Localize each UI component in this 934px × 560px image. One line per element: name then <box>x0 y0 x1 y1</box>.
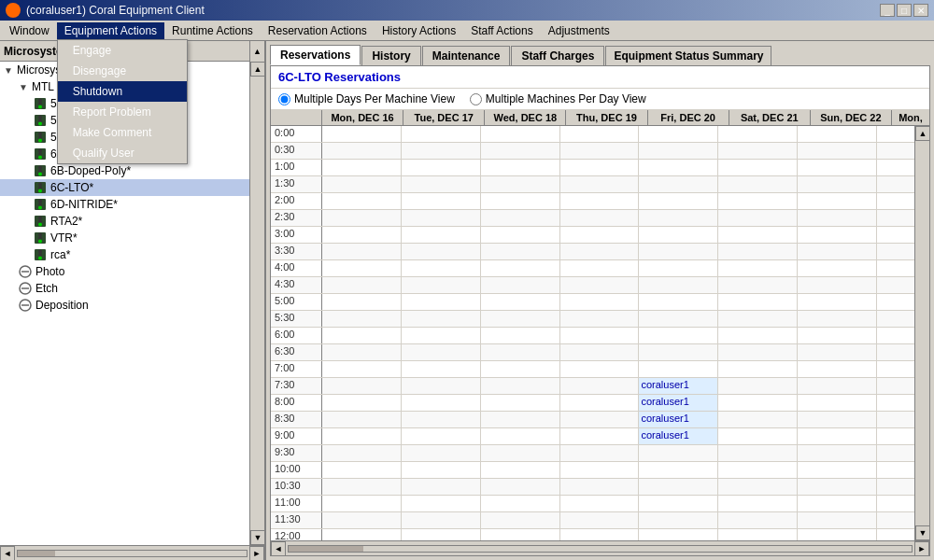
calendar-row: 1:00 <box>271 160 914 176</box>
radio-view2-label: Multiple Machines Per Day View <box>486 92 646 105</box>
sidebar-item-rca[interactable]: rca* <box>0 246 249 263</box>
day-cell <box>877 512 914 528</box>
day-cell <box>481 512 560 528</box>
svg-point-39 <box>38 257 42 260</box>
radio-view2[interactable]: Multiple Machines Per Day View <box>470 92 646 105</box>
menu-history-actions[interactable]: History Actions <box>375 22 463 39</box>
tab-maintenance[interactable]: Maintenance <box>422 46 511 65</box>
day-cell <box>322 143 402 159</box>
day-cell <box>560 361 640 377</box>
time-cell: 0:00 <box>271 126 322 142</box>
calendar-scroll[interactable]: 0:000:301:001:302:002:303:003:304:004:30… <box>271 126 914 540</box>
tab-reservations[interactable]: Reservations <box>270 45 361 65</box>
tab-history[interactable]: History <box>361 46 420 65</box>
sidebar-item-etch[interactable]: Etch <box>0 280 249 297</box>
dropdown-shutdown[interactable]: Shutdown <box>58 81 187 102</box>
tab-equipment-status-summary[interactable]: Equipment Status Summary <box>605 46 771 65</box>
traffic-light-icon <box>34 131 47 144</box>
radio-view2-input[interactable] <box>470 93 482 105</box>
calendar-day-mon16: Mon, DEC 16 <box>322 110 403 125</box>
dropdown-report-problem[interactable]: Report Problem <box>58 102 187 122</box>
tabs-container: Reservations History Maintenance Staff C… <box>270 45 930 65</box>
day-cell <box>639 160 718 175</box>
time-cell: 4:30 <box>271 277 322 293</box>
day-cell <box>481 445 560 461</box>
cal-scroll-left[interactable]: ◄ <box>271 541 286 556</box>
menu-staff-actions[interactable]: Staff Actions <box>463 22 541 39</box>
sidebar-item-deposition[interactable]: Deposition <box>0 297 249 314</box>
sidebar-item-vtr[interactable]: VTR* <box>0 230 249 246</box>
day-cell <box>877 395 914 411</box>
day-cell <box>322 445 402 461</box>
calendar-row: 4:30 <box>271 277 914 294</box>
sidebar-item-6c-lto[interactable]: 6C-LTO* <box>0 179 249 196</box>
day-cell <box>877 496 914 511</box>
sidebar-item-label: Etch <box>35 282 58 295</box>
scroll-down-button[interactable]: ▼ <box>250 530 265 545</box>
svg-point-18 <box>38 169 42 173</box>
dropdown-disengage[interactable]: Disengage <box>58 61 187 81</box>
sidebar-item-rta2[interactable]: RTA2* <box>0 213 249 230</box>
svg-point-13 <box>38 149 42 153</box>
menu-runtime-actions[interactable]: Runtime Actions <box>164 22 261 39</box>
day-cell <box>481 479 560 495</box>
day-cell <box>402 361 481 377</box>
day-cell <box>877 344 914 360</box>
dropdown-qualify-user[interactable]: Qualify User <box>58 143 187 163</box>
sidebar-item-label: 6B-Doped-Poly* <box>50 164 131 177</box>
day-cell <box>718 328 798 343</box>
sidebar-item-photo[interactable]: Photo <box>0 263 249 280</box>
menu-adjustments[interactable]: Adjustments <box>541 22 617 39</box>
day-cell <box>402 344 481 360</box>
cal-scroll-right[interactable]: ► <box>914 541 929 556</box>
close-button[interactable]: ✕ <box>913 4 928 17</box>
day-cell <box>322 328 402 343</box>
calendar-row: 2:00 <box>271 193 914 210</box>
day-cell <box>798 311 877 327</box>
calendar-vertical-scrollbar[interactable]: ▲ ▼ <box>914 126 929 540</box>
minimize-button[interactable]: _ <box>880 4 895 17</box>
dropdown-engage[interactable]: Engage <box>58 40 187 61</box>
sidebar-item-6d-nitride[interactable]: 6D-NITRIDE* <box>0 196 249 213</box>
scroll-up-button[interactable]: ▲ <box>250 62 265 77</box>
cal-scroll-down[interactable]: ▼ <box>915 525 929 540</box>
calendar-row: 3:00 <box>271 227 914 244</box>
scroll-left-button[interactable]: ◄ <box>0 546 15 561</box>
svg-point-30 <box>38 219 42 223</box>
svg-point-21 <box>38 183 42 187</box>
radio-view1[interactable]: Multiple Days Per Machine View <box>278 92 455 105</box>
day-cell[interactable]: coraluser1 <box>639 395 718 411</box>
sidebar-bottom-scrollbar[interactable]: ◄ ► <box>0 545 266 560</box>
title-bar-left: (coraluser1) Coral Equipment Client <box>6 3 205 18</box>
sidebar-item-6b-doped-poly[interactable]: 6B-Doped-Poly* <box>0 162 249 179</box>
tab-staff-charges[interactable]: Staff Charges <box>511 46 604 65</box>
day-cell <box>877 428 914 444</box>
menu-equipment-actions[interactable]: Equipment Actions Engage Disengage Shutd… <box>57 22 164 39</box>
maximize-button[interactable]: □ <box>897 4 912 17</box>
sidebar-scroll-up[interactable]: ▲ <box>249 41 264 62</box>
menu-reservation-actions[interactable]: Reservation Actions <box>261 22 375 39</box>
day-cell[interactable]: coraluser1 <box>639 378 718 394</box>
radio-view1-input[interactable] <box>278 93 290 105</box>
sidebar-item-label: Deposition <box>35 299 89 312</box>
calendar-row: 9:00coraluser1 <box>271 428 914 445</box>
day-cell <box>560 311 640 327</box>
day-cell[interactable]: coraluser1 <box>639 428 718 444</box>
cal-scroll-up[interactable]: ▲ <box>915 126 929 141</box>
day-cell[interactable]: coraluser1 <box>639 412 718 427</box>
day-cell <box>322 361 402 377</box>
day-cell <box>402 378 481 394</box>
menu-window[interactable]: Window <box>2 22 57 39</box>
scroll-right-button[interactable]: ► <box>249 546 264 561</box>
day-cell <box>877 244 914 259</box>
day-cell <box>560 328 640 343</box>
day-cell <box>877 378 914 394</box>
sidebar-vertical-scrollbar[interactable]: ▲ ▼ <box>249 62 264 545</box>
calendar-bottom-scrollbar[interactable]: ◄ ► <box>271 540 929 555</box>
day-cell <box>877 328 914 343</box>
day-cell <box>877 260 914 276</box>
day-cell <box>322 227 402 243</box>
dropdown-make-comment[interactable]: Make Comment <box>58 122 187 143</box>
day-cell <box>560 529 640 540</box>
scroll-track <box>17 550 248 557</box>
